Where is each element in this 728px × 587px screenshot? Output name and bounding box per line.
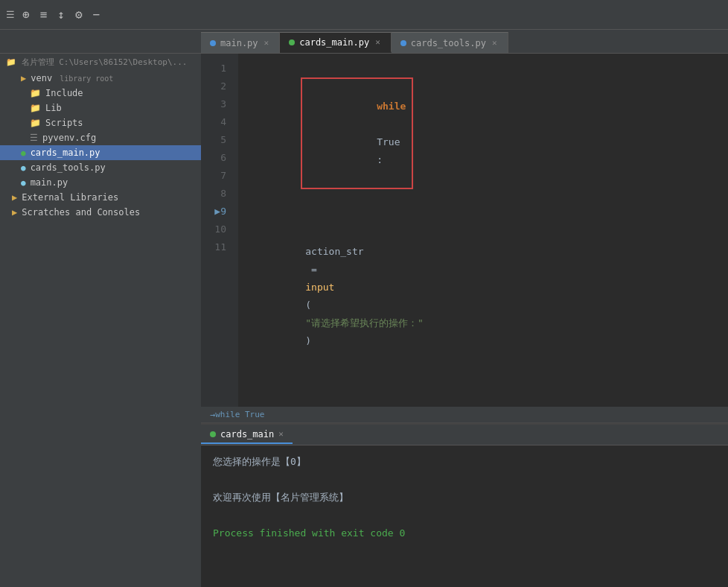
sidebar-label-lib: Lib (45, 103, 62, 113)
main-area: 📁 名片管理 C:\Users\86152\Desktop\... ▶ venv… (0, 54, 728, 587)
indent-3 (305, 389, 328, 400)
str-prompt: "请选择希望执行的操作：" (305, 317, 424, 329)
breadcrumb-arrow: → (210, 410, 215, 420)
sidebar-item-cards-main[interactable]: ● cards_main.py (0, 145, 201, 160)
paren-open-2: ( (305, 299, 311, 311)
terminal-tabs: cards_main ✕ (201, 425, 728, 445)
terminal-close-icon[interactable]: ✕ (278, 429, 284, 439)
paren-close-2: ) (305, 335, 311, 346)
line-num-1: 1 (201, 60, 232, 77)
code-line-1: while True : (247, 60, 728, 207)
project-full-path: C:\Users\86152\Desktop\... (59, 57, 187, 67)
folder-icon-venv: ▶ (21, 73, 26, 83)
sidebar-item-pyvenv[interactable]: ☰ pyvenv.cfg (0, 130, 201, 145)
toolbar: ☰ ⊕ ≡ ↕ ⚙ − (0, 0, 728, 30)
terminal-line-4 (213, 507, 716, 524)
line-num-11: 11 (201, 238, 232, 256)
tab-dot-main (210, 40, 216, 46)
highlight-while-true: while True : (301, 77, 413, 189)
toolbar-minus-icon[interactable]: − (90, 6, 103, 23)
tab-close-main[interactable]: ✕ (263, 38, 271, 48)
terminal-dot (210, 431, 216, 437)
var-action-str: action_str (305, 246, 363, 257)
toolbar-btn[interactable]: ⊕ (19, 6, 33, 23)
sidebar-item-main-py[interactable]: ● main.py (0, 175, 201, 190)
space-1 (377, 118, 383, 130)
toolbar-left: ☰ ⊕ ≡ ↕ ⚙ − (6, 6, 103, 23)
toolbar-btn2[interactable]: ≡ (37, 6, 51, 23)
code-body[interactable]: while True : action_str = input ( "请选择希望… (238, 54, 728, 407)
line-numbers: 1 2 3 4 5 6 7 8 ▶9 10 11 (201, 54, 238, 407)
kw-while: while (377, 101, 406, 112)
tab-label-cards-tools: cards_tools.py (411, 38, 486, 48)
terminal-tab-cards-main[interactable]: cards_main ✕ (201, 426, 293, 444)
file-icon-pyvenv: ☰ (30, 133, 38, 143)
editor-area: 1 2 3 4 5 6 7 8 ▶9 10 11 while (201, 54, 728, 587)
toolbar-btn3[interactable]: ↕ (54, 6, 68, 23)
sidebar-item-scripts[interactable]: 📁 Scripts (0, 115, 201, 130)
sidebar-label-scratches: Scratches and Consoles (22, 207, 140, 218)
line-num-4: 4 (201, 113, 232, 131)
sidebar-label-scripts: Scripts (45, 118, 83, 128)
code-line-3: print ( "您选择的操作是【%s】" % action_str ) (247, 368, 728, 407)
folder-icon-scripts: 📁 (30, 118, 41, 128)
terminal-line-2 (213, 471, 716, 489)
toolbar-gear-icon[interactable]: ⚙ (72, 6, 86, 23)
sidebar-label-ext-libs: External Libraries (22, 192, 118, 203)
tab-dot-cards-main (289, 39, 295, 45)
tab-cards-tools-py[interactable]: cards_tools.py ✕ (392, 32, 508, 53)
line-num-5: 5 (201, 131, 232, 149)
arrow-indicator-9: ▶ (214, 206, 220, 217)
project-icon: ☰ (6, 9, 15, 20)
tab-label-cards-main: cards_main.py (299, 37, 369, 48)
tab-main-py[interactable]: main.py ✕ (201, 32, 280, 53)
sidebar-label-cards-tools: cards_tools.py (31, 162, 106, 173)
sidebar: 📁 名片管理 C:\Users\86152\Desktop\... ▶ venv… (0, 54, 201, 587)
sidebar-item-cards-tools[interactable]: ● cards_tools.py (0, 160, 201, 175)
file-icon-main-py: ● (21, 178, 26, 188)
sidebar-item-scratches[interactable]: ▶ Scratches and Consoles (0, 205, 201, 220)
sidebar-item-include[interactable]: 📁 Include (0, 86, 201, 101)
sidebar-label-cards-main: cards_main.py (31, 147, 100, 158)
terminal-tab-label: cards_main (220, 429, 274, 440)
tab-label-main: main.py (220, 38, 258, 48)
indent-2 (305, 228, 328, 239)
file-icon-cards-tools: ● (21, 163, 26, 173)
breadcrumb-bar: → while True (201, 407, 728, 423)
func-input: input (305, 282, 334, 293)
terminal-area: cards_main ✕ 您选择的操作是【0】 欢迎再次使用【名片管理系统】 P… (201, 423, 728, 587)
terminal-line-3: 欢迎再次使用【名片管理系统】 (213, 489, 716, 507)
op-eq: = (305, 264, 322, 275)
code-container[interactable]: 1 2 3 4 5 6 7 8 ▶9 10 11 while (201, 54, 728, 407)
line-num-10: 10 (201, 220, 232, 238)
folder-icon-lib: 📁 (30, 103, 41, 113)
sidebar-item-external-libs[interactable]: ▶ External Libraries (0, 190, 201, 205)
terminal-line-1: 您选择的操作是【0】 (213, 453, 716, 471)
sidebar-label-include: Include (45, 88, 83, 98)
tab-close-cards-main[interactable]: ✕ (374, 37, 382, 47)
sidebar-item-lib[interactable]: 📁 Lib (0, 101, 201, 115)
breadcrumb-text: while True (215, 410, 264, 419)
tabs-bar: main.py ✕ cards_main.py ✕ cards_tools.py… (0, 30, 728, 54)
project-path: 📁 名片管理 C:\Users\86152\Desktop\... (0, 54, 201, 71)
sidebar-item-venv[interactable]: ▶ venv library root (0, 71, 201, 86)
folder-icon-ext-libs: ▶ (12, 192, 17, 203)
sidebar-label-venv: venv (31, 73, 52, 83)
sidebar-label-pyvenv: pyvenv.cfg (42, 133, 96, 143)
tab-dot-cards-tools (400, 40, 406, 46)
colon-1: : (377, 154, 383, 165)
folder-icon-include: 📁 (30, 88, 41, 98)
line-num-9: ▶9 (201, 203, 232, 220)
library-root-label: library root (60, 74, 113, 83)
cn-true: True (377, 136, 400, 147)
line-num-7: 7 (201, 167, 232, 185)
line-num-3: 3 (201, 95, 232, 113)
terminal-body[interactable]: 您选择的操作是【0】 欢迎再次使用【名片管理系统】 Process finish… (201, 445, 728, 587)
project-name: 名片管理 (22, 57, 54, 67)
tab-cards-main-py[interactable]: cards_main.py ✕ (280, 32, 392, 53)
code-line-2: action_str = input ( "请选择希望执行的操作：" ) (247, 207, 728, 368)
tab-close-cards-tools[interactable]: ✕ (491, 38, 499, 48)
line-num-8: 8 (201, 185, 232, 203)
file-icon-cards-main: ● (21, 148, 26, 158)
sidebar-label-main-py: main.py (31, 177, 68, 188)
